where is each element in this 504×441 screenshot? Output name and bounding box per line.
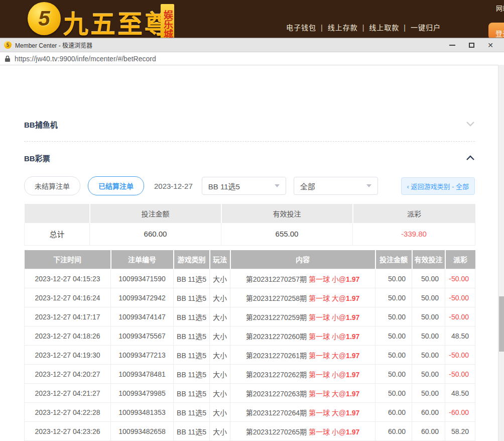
play-type: 大小	[210, 326, 230, 346]
col-payout: 派彩	[445, 250, 475, 269]
bet-row: 2023-12-27 04:23:26100993482658BB 11选5大小…	[25, 422, 475, 441]
window-controls: ✕	[443, 39, 500, 51]
nav-separator: |	[321, 24, 323, 32]
col-game: 游戏类别	[174, 250, 210, 269]
back-to-category-button[interactable]: ‹ 返回游戏类别 - 全部	[401, 177, 475, 195]
maximize-button[interactable]	[462, 39, 481, 51]
section-fishing[interactable]: BB捕鱼机	[24, 118, 475, 130]
window-title: Member Center - 极速浏览器	[15, 41, 92, 49]
bet-time: 2023-12-27 04:21:27	[25, 384, 111, 403]
bet-row: 2023-12-27 04:18:26100993475567BB 11选5大小…	[25, 326, 475, 346]
bet-table-body: 2023-12-27 04:15:23100993471590BB 11选5大小…	[25, 269, 475, 441]
section-lottery-title: BB彩票	[24, 153, 50, 163]
settled-tab-button[interactable]: 已结算注单	[88, 176, 144, 195]
bet-time: 2023-12-27 04:20:27	[25, 365, 111, 384]
valid-bet: 50.00	[412, 288, 445, 307]
section-divider	[24, 141, 475, 142]
game-select[interactable]: BB 11选5	[202, 177, 286, 195]
play-type: 大小	[210, 269, 230, 288]
summary-bet-amount: 660.00	[90, 223, 221, 245]
nav-separator: |	[404, 24, 406, 32]
game-type: BB 11选5	[174, 326, 210, 346]
login-button[interactable]: 登录	[488, 23, 504, 40]
minimize-button[interactable]	[443, 39, 462, 51]
bet-table-header-row: 下注时间 注单编号 游戏类别 玩法 内容 投注金额 有效投注 派彩	[25, 250, 475, 269]
summary-header-row: 投注金额 有效投注 派彩	[25, 204, 475, 223]
type-select-value: 全部	[300, 181, 315, 191]
summary-total-row: 总计 660.00 655.00 -339.80	[25, 223, 475, 245]
payout: -50.00	[445, 307, 475, 326]
close-button[interactable]: ✕	[481, 39, 500, 51]
play-type: 大小	[210, 288, 230, 307]
logo-badge: 5	[38, 7, 50, 31]
window-titlebar[interactable]: 5 Member Center - 极速浏览器 ✕	[0, 38, 504, 52]
scrollbar-thumb[interactable]	[499, 296, 504, 352]
summary-payout: -339.80	[353, 223, 475, 245]
summary-header-bet: 投注金额	[90, 204, 221, 223]
game-type: BB 11选5	[174, 346, 210, 365]
bet-content: 第202312270264期 第一球 大@1.97	[230, 403, 375, 422]
section-lottery[interactable]: BB彩票	[24, 152, 475, 164]
summary-header-valid: 有效投注	[221, 204, 353, 223]
bet-amount: 50.00	[375, 269, 412, 288]
caret-down-icon	[366, 184, 371, 187]
bet-row: 2023-12-27 04:16:24100993472942BB 11选5大小…	[25, 288, 475, 307]
minimize-icon	[449, 45, 455, 46]
chevron-up-icon[interactable]	[466, 155, 475, 161]
game-type: BB 11选5	[174, 403, 210, 422]
date-filter[interactable]: 2023-12-27	[154, 182, 193, 190]
url-text[interactable]: https://jw40.tv:9900/infe/mcenter/#/betR…	[15, 55, 156, 63]
nav-ewallet[interactable]: 电子钱包	[286, 24, 316, 32]
order-id: 100993471590	[111, 269, 174, 288]
unsettled-tab-button[interactable]: 未结算注单	[24, 176, 80, 195]
order-id: 100993478481	[111, 365, 174, 384]
browser-window: 5 Member Center - 极速浏览器 ✕ https://jw40.t…	[0, 38, 504, 441]
col-bet: 投注金额	[375, 250, 412, 269]
chevron-down-icon[interactable]	[466, 121, 475, 127]
summary-header-blank	[25, 204, 90, 223]
summary-total-label: 总计	[25, 223, 90, 245]
bet-content: 第202312270260期 第一球 小@1.97	[230, 326, 375, 346]
bet-time: 2023-12-27 04:22:28	[25, 403, 111, 422]
bet-content: 第202312270265期 第一球 小@1.97	[230, 422, 375, 441]
game-type: BB 11选5	[174, 384, 210, 403]
play-type: 大小	[210, 422, 230, 441]
summary-header-payout: 派彩	[353, 204, 475, 223]
banner-nav: 电子钱包|线上存款|线上取款|一键归户	[286, 22, 441, 32]
caret-down-icon	[275, 184, 280, 187]
bet-time: 2023-12-27 04:17:17	[25, 307, 111, 326]
payout: -60.00	[445, 403, 475, 422]
play-type: 大小	[210, 365, 230, 384]
order-id: 100993477213	[111, 346, 174, 365]
order-id: 100993472942	[111, 288, 174, 307]
type-select[interactable]: 全部	[294, 177, 378, 195]
bet-amount: 50.00	[375, 365, 412, 384]
bet-row: 2023-12-27 04:20:27100993478481BB 11选5大小…	[25, 365, 475, 384]
site-logo-icon: 5	[28, 2, 61, 35]
bet-content: 第202312270261期 第一球 大@1.97	[230, 346, 375, 365]
scrollbar-track[interactable]	[498, 65, 504, 441]
play-type: 大小	[210, 384, 230, 403]
bet-row: 2023-12-27 04:19:30100993477213BB 11选5大小…	[25, 346, 475, 365]
valid-bet: 60.00	[412, 422, 445, 441]
valid-bet: 60.00	[412, 403, 445, 422]
bet-amount: 50.00	[375, 346, 412, 365]
nav-withdraw[interactable]: 线上取款	[369, 24, 399, 32]
url-bar[interactable]: https://jw40.tv:9900/infe/mcenter/#/betR…	[0, 52, 504, 65]
nav-onekey[interactable]: 一键归户	[411, 24, 441, 32]
bet-table: 下注时间 注单编号 游戏类别 玩法 内容 投注金额 有效投注 派彩 2023-1…	[24, 250, 475, 441]
order-id: 100993481353	[111, 403, 174, 422]
payout: -50.00	[445, 288, 475, 307]
payout: -50.00	[445, 346, 475, 365]
site-logo-text: 九五至尊	[63, 4, 172, 40]
nav-deposit[interactable]: 线上存款	[328, 24, 358, 32]
game-select-value: BB 11选5	[208, 181, 240, 191]
play-type: 大小	[210, 307, 230, 326]
bet-content: 第202312270259期 第一球 小@1.97	[230, 307, 375, 326]
bet-amount: 50.00	[375, 384, 412, 403]
col-time: 下注时间	[25, 250, 111, 269]
order-id: 100993474147	[111, 307, 174, 326]
bet-time: 2023-12-27 04:19:30	[25, 346, 111, 365]
valid-bet: 50.00	[412, 346, 445, 365]
summary-valid-bet: 655.00	[221, 223, 353, 245]
